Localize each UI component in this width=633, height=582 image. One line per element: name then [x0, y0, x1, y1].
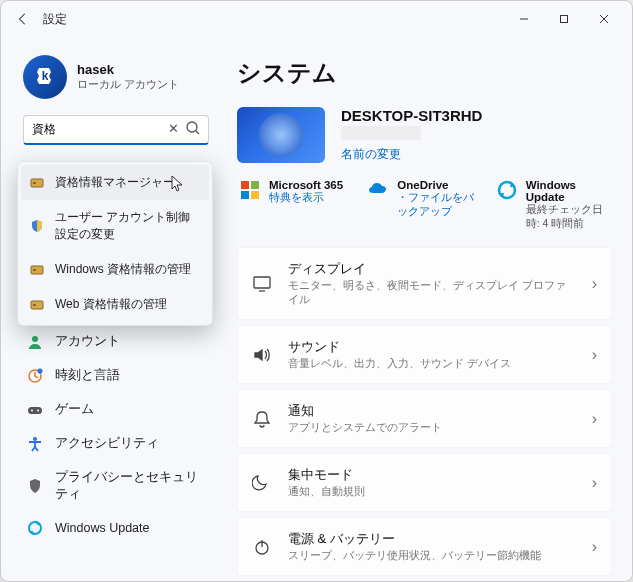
tile-sub: 最終チェック日時: 4 時間前 — [526, 203, 610, 231]
device-name: DESKTOP-SIT3RHD — [341, 107, 482, 124]
m365-icon — [239, 179, 261, 201]
chevron-right-icon: › — [592, 346, 597, 364]
card-focus[interactable]: 集中モード通知、自動規則› — [237, 453, 612, 512]
close-button[interactable] — [584, 5, 624, 33]
suggestion-item[interactable]: Web 資格情報の管理 — [21, 287, 209, 322]
device-block: DESKTOP-SIT3RHD 名前の変更 — [237, 107, 612, 163]
svg-point-21 — [33, 437, 37, 441]
svg-point-3 — [187, 122, 197, 132]
nav-privacy[interactable]: プライバシーとセキュリティ — [17, 461, 215, 511]
privacy-icon — [27, 478, 43, 494]
svg-rect-8 — [33, 269, 36, 271]
svg-line-4 — [196, 131, 199, 134]
nav-time[interactable]: 時刻と言語 — [17, 359, 215, 392]
tile-onedrive[interactable]: OneDrive・ファイルをバックアップ — [365, 177, 483, 233]
suggestion-label: ユーザー アカウント制御設定の変更 — [55, 209, 201, 243]
clear-icon[interactable]: ✕ — [168, 121, 179, 136]
rename-link[interactable]: 名前の変更 — [341, 146, 482, 163]
svg-rect-5 — [31, 179, 43, 187]
window-title: 設定 — [43, 11, 504, 28]
card-display[interactable]: ディスプレイモニター、明るさ、夜間モード、ディスプレイ プロファイル› — [237, 247, 612, 320]
nav-accessibility[interactable]: アクセシビリティ — [17, 427, 215, 460]
svg-point-17 — [38, 368, 43, 373]
tile-update[interactable]: Windows Update最終チェック日時: 4 時間前 — [494, 177, 612, 233]
suggestion-item[interactable]: Windows 資格情報の管理 — [21, 252, 209, 287]
card-sub: モニター、明るさ、夜間モード、ディスプレイ プロファイル — [288, 279, 576, 307]
nav-update[interactable]: Windows Update — [17, 512, 215, 544]
credential-icon — [29, 262, 45, 278]
device-image — [237, 107, 325, 163]
nav-list: アプリ アカウント 時刻と言語 ゲーム アクセシビリティ プライバシーとセキュリ… — [17, 291, 215, 544]
nav-label: プライバシーとセキュリティ — [55, 469, 205, 503]
minimize-button[interactable] — [504, 5, 544, 33]
update-icon — [27, 520, 43, 536]
tile-sub: ・ファイルをバックアップ — [397, 191, 481, 219]
credential-icon — [29, 175, 45, 191]
account-name: hasek — [77, 62, 179, 77]
clock-icon — [27, 368, 43, 384]
sidebar: k hasek ローカル アカウント ✕ 資格情報マネージャー — [1, 37, 221, 581]
svg-point-20 — [37, 409, 39, 411]
svg-point-19 — [31, 409, 33, 411]
onedrive-icon — [367, 179, 389, 201]
chevron-right-icon: › — [592, 474, 597, 492]
nav-label: アカウント — [55, 333, 120, 350]
card-title: ディスプレイ — [288, 260, 576, 278]
svg-rect-24 — [251, 181, 259, 189]
chevron-right-icon: › — [592, 275, 597, 293]
search-icon[interactable] — [185, 120, 201, 140]
svg-rect-23 — [241, 181, 249, 189]
search-wrap: ✕ — [23, 115, 209, 145]
card-sub: 音量レベル、出力、入力、サウンド デバイス — [288, 357, 576, 371]
content: k hasek ローカル アカウント ✕ 資格情報マネージャー — [1, 37, 632, 581]
update-icon — [496, 179, 518, 201]
settings-window: 設定 k hasek ローカル アカウント ✕ — [0, 0, 633, 582]
nav-accounts[interactable]: アカウント — [17, 325, 215, 358]
suggestion-item[interactable]: 資格情報マネージャー — [21, 165, 209, 200]
display-icon — [252, 274, 272, 294]
suggestion-item[interactable]: ユーザー アカウント制御設定の変更 — [21, 200, 209, 252]
shield-icon — [29, 218, 45, 234]
back-button[interactable] — [9, 5, 37, 33]
credential-icon — [29, 297, 45, 313]
device-info: DESKTOP-SIT3RHD 名前の変更 — [341, 107, 482, 163]
bell-icon — [252, 409, 272, 429]
tile-sub: 特典を表示 — [269, 191, 343, 205]
svg-rect-28 — [254, 277, 270, 288]
cards-list: ディスプレイモニター、明るさ、夜間モード、ディスプレイ プロファイル› サウンド… — [237, 247, 612, 581]
svg-rect-10 — [33, 304, 36, 306]
search-suggestions: 資格情報マネージャー ユーザー アカウント制御設定の変更 Windows 資格情… — [17, 161, 213, 326]
sound-icon — [252, 345, 272, 365]
nav-gaming[interactable]: ゲーム — [17, 393, 215, 426]
card-power[interactable]: 電源 & バッテリースリープ、バッテリ使用状況、バッテリー節約機能› — [237, 517, 612, 576]
nav-label: ゲーム — [55, 401, 94, 418]
card-title: サウンド — [288, 338, 576, 356]
titlebar: 設定 — [1, 1, 632, 37]
svg-rect-25 — [241, 191, 249, 199]
nav-label: Windows Update — [55, 521, 150, 535]
search-input[interactable] — [23, 115, 209, 145]
card-notifications[interactable]: 通知アプリとシステムでのアラート› — [237, 389, 612, 448]
svg-point-15 — [32, 336, 38, 342]
account-type: ローカル アカウント — [77, 77, 179, 92]
card-title: 電源 & バッテリー — [288, 530, 576, 548]
card-sound[interactable]: サウンド音量レベル、出力、入力、サウンド デバイス› — [237, 325, 612, 384]
svg-rect-6 — [33, 182, 36, 184]
svg-point-27 — [499, 182, 515, 198]
account-block[interactable]: k hasek ローカル アカウント — [23, 55, 213, 99]
card-sub: アプリとシステムでのアラート — [288, 421, 576, 435]
tiles-row: Microsoft 365特典を表示 OneDrive・ファイルをバックアップ … — [237, 177, 612, 233]
account-text: hasek ローカル アカウント — [77, 62, 179, 92]
game-icon — [27, 402, 43, 418]
device-model — [341, 126, 421, 140]
svg-rect-26 — [251, 191, 259, 199]
nav-label: アクセシビリティ — [55, 435, 159, 452]
tile-m365[interactable]: Microsoft 365特典を表示 — [237, 177, 355, 233]
card-title: 集中モード — [288, 466, 576, 484]
maximize-button[interactable] — [544, 5, 584, 33]
access-icon — [27, 436, 43, 452]
moon-icon — [252, 473, 272, 493]
nav-label: 時刻と言語 — [55, 367, 120, 384]
cursor-icon — [171, 175, 185, 193]
svg-rect-1 — [561, 16, 568, 23]
